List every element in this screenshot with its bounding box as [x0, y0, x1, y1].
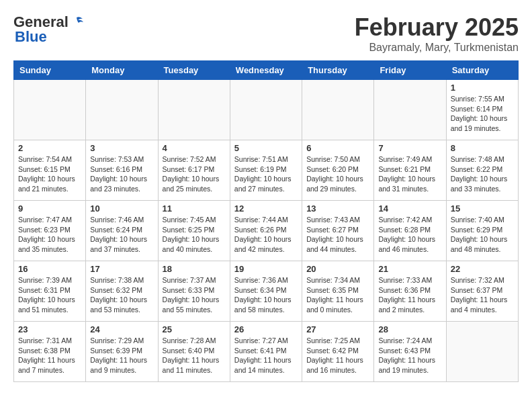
calendar-cell: 8Sunrise: 7:48 AMSunset: 6:22 PMDaylight…: [446, 140, 518, 201]
day-number: 2: [18, 143, 81, 153]
day-info: Sunrise: 7:42 AMSunset: 6:28 PMDaylight:…: [378, 215, 441, 255]
day-info: Sunrise: 7:44 AMSunset: 6:26 PMDaylight:…: [234, 215, 298, 255]
day-number: 15: [451, 203, 514, 214]
location: Bayramaly, Mary, Turkmenistan: [355, 42, 519, 54]
calendar-cell: 23Sunrise: 7:31 AMSunset: 6:38 PMDayligh…: [14, 322, 86, 382]
day-info: Sunrise: 7:48 AMSunset: 6:22 PMDaylight:…: [451, 154, 514, 194]
day-number: 14: [378, 203, 441, 214]
calendar-cell: [14, 80, 86, 140]
day-info: Sunrise: 7:55 AMSunset: 6:14 PMDaylight:…: [451, 94, 514, 134]
weekday-header: Thursday: [302, 61, 374, 80]
calendar-cell: 25Sunrise: 7:28 AMSunset: 6:40 PMDayligh…: [158, 322, 230, 382]
day-info: Sunrise: 7:33 AMSunset: 6:36 PMDaylight:…: [378, 275, 441, 315]
day-number: 10: [90, 203, 153, 214]
day-number: 4: [163, 143, 226, 153]
day-number: 21: [378, 264, 441, 274]
day-info: Sunrise: 7:54 AMSunset: 6:15 PMDaylight:…: [18, 154, 81, 194]
calendar-cell: 15Sunrise: 7:40 AMSunset: 6:29 PMDayligh…: [446, 201, 518, 261]
day-info: Sunrise: 7:36 AMSunset: 6:34 PMDaylight:…: [234, 275, 298, 315]
calendar-cell: 2Sunrise: 7:54 AMSunset: 6:15 PMDaylight…: [14, 140, 86, 201]
logo-bird-icon: [69, 15, 84, 30]
weekday-header: Tuesday: [158, 61, 230, 80]
day-info: Sunrise: 7:34 AMSunset: 6:35 PMDaylight:…: [306, 275, 369, 315]
calendar-cell: [158, 80, 230, 140]
day-info: Sunrise: 7:38 AMSunset: 6:32 PMDaylight:…: [90, 275, 153, 315]
day-number: 24: [90, 324, 153, 334]
day-number: 7: [378, 143, 441, 153]
day-number: 8: [451, 143, 514, 153]
calendar-cell: 16Sunrise: 7:39 AMSunset: 6:31 PMDayligh…: [14, 261, 86, 322]
day-number: 27: [306, 324, 369, 334]
day-info: Sunrise: 7:29 AMSunset: 6:39 PMDaylight:…: [90, 336, 153, 375]
calendar-cell: 11Sunrise: 7:45 AMSunset: 6:25 PMDayligh…: [158, 201, 230, 261]
page-header: General Blue February 2025 Bayramaly, Ma…: [13, 13, 519, 54]
calendar-cell: 27Sunrise: 7:25 AMSunset: 6:42 PMDayligh…: [302, 322, 374, 382]
calendar-cell: 18Sunrise: 7:37 AMSunset: 6:33 PMDayligh…: [158, 261, 230, 322]
calendar-cell: 28Sunrise: 7:24 AMSunset: 6:43 PMDayligh…: [374, 322, 446, 382]
week-row: 23Sunrise: 7:31 AMSunset: 6:38 PMDayligh…: [14, 322, 519, 382]
day-number: 20: [306, 264, 369, 274]
day-number: 22: [451, 264, 514, 274]
weekday-header: Wednesday: [230, 61, 302, 80]
calendar-cell: 4Sunrise: 7:52 AMSunset: 6:17 PMDaylight…: [158, 140, 230, 201]
calendar-cell: 14Sunrise: 7:42 AMSunset: 6:28 PMDayligh…: [374, 201, 446, 261]
day-info: Sunrise: 7:43 AMSunset: 6:27 PMDaylight:…: [306, 215, 369, 255]
calendar-cell: 10Sunrise: 7:46 AMSunset: 6:24 PMDayligh…: [86, 201, 158, 261]
calendar-cell: 1Sunrise: 7:55 AMSunset: 6:14 PMDaylight…: [446, 80, 518, 140]
day-info: Sunrise: 7:50 AMSunset: 6:20 PMDaylight:…: [306, 154, 369, 194]
weekday-header-row: SundayMondayTuesdayWednesdayThursdayFrid…: [14, 61, 519, 80]
day-info: Sunrise: 7:47 AMSunset: 6:23 PMDaylight:…: [18, 215, 81, 255]
day-number: 19: [234, 264, 298, 274]
day-number: 6: [306, 143, 369, 153]
day-info: Sunrise: 7:40 AMSunset: 6:29 PMDaylight:…: [451, 215, 514, 255]
day-info: Sunrise: 7:45 AMSunset: 6:25 PMDaylight:…: [163, 215, 226, 255]
calendar-table: SundayMondayTuesdayWednesdayThursdayFrid…: [13, 60, 519, 382]
day-info: Sunrise: 7:31 AMSunset: 6:38 PMDaylight:…: [18, 336, 81, 375]
calendar-cell: [86, 80, 158, 140]
calendar-cell: 5Sunrise: 7:51 AMSunset: 6:19 PMDaylight…: [230, 140, 302, 201]
day-number: 18: [163, 264, 226, 274]
day-number: 13: [306, 203, 369, 214]
weekday-header: Sunday: [14, 61, 86, 80]
day-info: Sunrise: 7:32 AMSunset: 6:37 PMDaylight:…: [451, 275, 514, 315]
week-row: 2Sunrise: 7:54 AMSunset: 6:15 PMDaylight…: [14, 140, 519, 201]
day-number: 11: [163, 203, 226, 214]
week-row: 16Sunrise: 7:39 AMSunset: 6:31 PMDayligh…: [14, 261, 519, 322]
day-number: 9: [18, 203, 81, 214]
day-info: Sunrise: 7:28 AMSunset: 6:40 PMDaylight:…: [163, 336, 226, 375]
week-row: 1Sunrise: 7:55 AMSunset: 6:14 PMDaylight…: [14, 80, 519, 140]
day-number: 17: [90, 264, 153, 274]
day-number: 12: [234, 203, 298, 214]
month-year: February 2025: [355, 13, 519, 42]
day-number: 1: [451, 83, 514, 93]
calendar-cell: 7Sunrise: 7:49 AMSunset: 6:21 PMDaylight…: [374, 140, 446, 201]
day-info: Sunrise: 7:39 AMSunset: 6:31 PMDaylight:…: [18, 275, 81, 315]
day-number: 16: [18, 264, 81, 274]
weekday-header: Friday: [374, 61, 446, 80]
week-row: 9Sunrise: 7:47 AMSunset: 6:23 PMDaylight…: [14, 201, 519, 261]
day-number: 3: [90, 143, 153, 153]
calendar-cell: [230, 80, 302, 140]
day-info: Sunrise: 7:27 AMSunset: 6:41 PMDaylight:…: [234, 336, 298, 375]
calendar-cell: 12Sunrise: 7:44 AMSunset: 6:26 PMDayligh…: [230, 201, 302, 261]
calendar-cell: [446, 322, 518, 382]
logo-blue: Blue: [15, 28, 47, 46]
calendar-cell: 20Sunrise: 7:34 AMSunset: 6:35 PMDayligh…: [302, 261, 374, 322]
weekday-header: Saturday: [446, 61, 518, 80]
day-info: Sunrise: 7:24 AMSunset: 6:43 PMDaylight:…: [378, 336, 441, 375]
calendar-cell: 9Sunrise: 7:47 AMSunset: 6:23 PMDaylight…: [14, 201, 86, 261]
calendar-cell: 22Sunrise: 7:32 AMSunset: 6:37 PMDayligh…: [446, 261, 518, 322]
calendar-cell: [302, 80, 374, 140]
calendar-cell: 19Sunrise: 7:36 AMSunset: 6:34 PMDayligh…: [230, 261, 302, 322]
day-info: Sunrise: 7:52 AMSunset: 6:17 PMDaylight:…: [163, 154, 226, 194]
day-info: Sunrise: 7:49 AMSunset: 6:21 PMDaylight:…: [378, 154, 441, 194]
calendar-cell: 21Sunrise: 7:33 AMSunset: 6:36 PMDayligh…: [374, 261, 446, 322]
day-number: 26: [234, 324, 298, 334]
day-number: 5: [234, 143, 298, 153]
weekday-header: Monday: [86, 61, 158, 80]
logo: General Blue: [13, 13, 85, 46]
calendar-cell: 24Sunrise: 7:29 AMSunset: 6:39 PMDayligh…: [86, 322, 158, 382]
day-info: Sunrise: 7:37 AMSunset: 6:33 PMDaylight:…: [163, 275, 226, 315]
day-number: 23: [18, 324, 81, 334]
title-block: February 2025 Bayramaly, Mary, Turkmenis…: [355, 13, 519, 54]
